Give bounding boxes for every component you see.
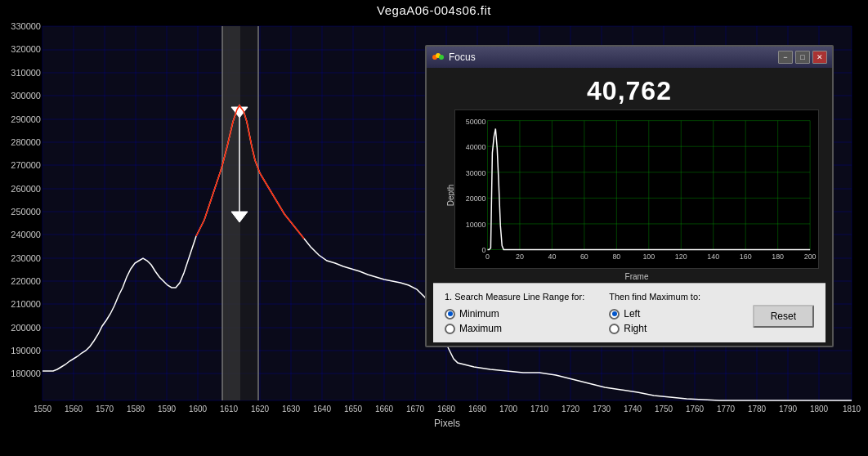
svg-text:180: 180 (772, 253, 784, 261)
svg-text:300000: 300000 (11, 91, 41, 101)
svg-rect-98 (455, 113, 818, 266)
svg-text:140: 140 (707, 253, 719, 261)
svg-text:190000: 190000 (11, 346, 41, 355)
svg-text:180000: 180000 (11, 369, 41, 378)
svg-text:20000: 20000 (466, 194, 486, 203)
left-label: Left (624, 308, 640, 320)
reset-button-container: Reset (753, 292, 814, 328)
svg-text:120: 120 (675, 253, 687, 261)
minimum-radio-dot[interactable] (445, 309, 455, 320)
minimum-label: Minimum (459, 308, 499, 320)
svg-text:1730: 1730 (593, 405, 611, 414)
focus-window-controls: − □ ✕ (778, 51, 827, 64)
svg-text:270000: 270000 (11, 160, 41, 170)
chart-title: VegaA06-004s06.fit (0, 0, 868, 19)
then-find-group: Then find Maximum to: Left Right (609, 292, 700, 334)
focus-app-icon (432, 51, 445, 64)
svg-text:1590: 1590 (158, 405, 177, 414)
svg-text:200000: 200000 (11, 323, 41, 333)
svg-text:0: 0 (485, 253, 490, 261)
svg-text:1810: 1810 (843, 405, 861, 414)
focus-titlebar: Focus − □ ✕ (427, 47, 832, 68)
svg-text:280000: 280000 (11, 137, 41, 147)
focus-title-left: Focus (432, 51, 476, 64)
svg-text:1740: 1740 (624, 405, 642, 414)
left-radio-option[interactable]: Left (609, 308, 700, 320)
svg-text:1790: 1790 (779, 405, 798, 414)
main-container: VegaA06-004s06.fit (0, 0, 868, 456)
maximize-button[interactable]: □ (795, 51, 810, 64)
search-measure-title: 1. Search Measure Line Range for: (445, 292, 584, 302)
svg-text:40000: 40000 (466, 143, 486, 151)
reset-button[interactable]: Reset (753, 305, 814, 328)
focus-body: 40,762 Depth (427, 68, 832, 346)
svg-text:220000: 220000 (11, 276, 41, 286)
inner-chart-svg: 50000 40000 30000 20000 10000 0 0 20 40 (455, 110, 818, 268)
svg-text:1640: 1640 (313, 405, 332, 414)
maximum-radio-dot[interactable] (445, 324, 455, 334)
svg-text:1800: 1800 (810, 405, 829, 414)
svg-text:20: 20 (516, 253, 524, 261)
svg-point-97 (439, 55, 444, 60)
inner-chart-container: 50000 40000 30000 20000 10000 0 0 20 40 (454, 110, 819, 269)
minimize-button[interactable]: − (778, 51, 793, 64)
left-radio-dot[interactable] (609, 309, 620, 320)
inner-chart-wrapper: Depth (451, 110, 822, 281)
svg-text:1770: 1770 (717, 405, 736, 414)
svg-text:100: 100 (642, 253, 655, 261)
svg-text:1750: 1750 (655, 405, 673, 414)
svg-text:60: 60 (580, 253, 588, 261)
svg-text:200: 200 (804, 253, 817, 261)
svg-text:330000: 330000 (11, 21, 41, 31)
svg-text:240000: 240000 (11, 230, 41, 239)
svg-text:1720: 1720 (562, 405, 580, 414)
svg-text:40: 40 (548, 253, 556, 261)
then-find-title: Then find Maximum to: (609, 292, 700, 302)
focus-title-text: Focus (449, 51, 476, 63)
focus-controls-panel: 1. Search Measure Line Range for: Minimu… (433, 283, 825, 342)
search-measure-group: 1. Search Measure Line Range for: Minimu… (445, 292, 584, 334)
svg-text:310000: 310000 (11, 68, 41, 78)
right-label: Right (624, 323, 647, 334)
svg-text:30000: 30000 (466, 169, 486, 177)
svg-text:290000: 290000 (11, 114, 41, 124)
maximum-radio-option[interactable]: Maximum (445, 323, 584, 334)
svg-text:1710: 1710 (530, 405, 549, 414)
svg-text:1550: 1550 (34, 405, 52, 414)
svg-text:160: 160 (740, 253, 752, 261)
svg-text:1780: 1780 (748, 405, 767, 414)
svg-text:1690: 1690 (468, 405, 487, 414)
right-radio-option[interactable]: Right (609, 323, 700, 334)
svg-text:80: 80 (612, 253, 620, 261)
svg-text:1660: 1660 (375, 405, 394, 414)
svg-text:1570: 1570 (96, 405, 114, 414)
svg-text:1580: 1580 (127, 405, 145, 414)
svg-text:230000: 230000 (11, 253, 41, 263)
right-radio-dot[interactable] (609, 324, 620, 334)
maximum-label: Maximum (459, 323, 502, 334)
focus-window: Focus − □ ✕ 40,762 Depth (425, 45, 834, 347)
svg-text:1600: 1600 (189, 405, 208, 414)
svg-text:1560: 1560 (65, 405, 83, 414)
svg-text:250000: 250000 (11, 207, 41, 217)
svg-text:10000: 10000 (466, 221, 486, 229)
x-axis-label: Pixels (434, 418, 460, 429)
svg-text:1650: 1650 (344, 405, 363, 414)
svg-text:1630: 1630 (282, 405, 301, 414)
close-button[interactable]: ✕ (812, 51, 827, 64)
svg-text:1680: 1680 (437, 405, 456, 414)
svg-text:210000: 210000 (11, 299, 41, 309)
svg-text:1760: 1760 (686, 405, 705, 414)
svg-text:260000: 260000 (11, 184, 41, 194)
svg-text:1610: 1610 (220, 405, 239, 414)
svg-text:320000: 320000 (11, 44, 41, 54)
inner-x-label: Frame (451, 272, 822, 281)
svg-text:1670: 1670 (406, 405, 425, 414)
focus-big-number: 40,762 (433, 71, 825, 110)
svg-text:50000: 50000 (466, 118, 486, 126)
svg-text:1620: 1620 (251, 405, 270, 414)
minimum-radio-option[interactable]: Minimum (445, 308, 584, 320)
svg-text:1700: 1700 (499, 405, 518, 414)
